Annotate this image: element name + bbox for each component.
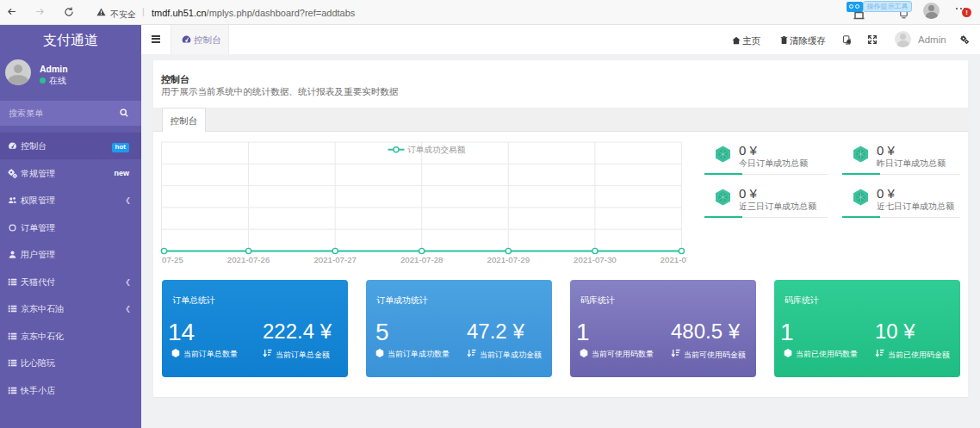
svg-text:2021-07-27: 2021-07-27 [313, 255, 357, 264]
svg-text:07-25: 07-25 [162, 255, 183, 264]
svg-text:2021-07-31: 2021-07-31 [661, 255, 687, 264]
svg-text:订单成功交易额: 订单成功交易额 [407, 145, 466, 154]
svg-text:2021-07-28: 2021-07-28 [400, 255, 443, 264]
svg-text:2021-07-26: 2021-07-26 [227, 255, 270, 264]
svg-text:2021-07-30: 2021-07-30 [574, 255, 617, 264]
svg-text:2021-07-29: 2021-07-29 [487, 255, 530, 264]
